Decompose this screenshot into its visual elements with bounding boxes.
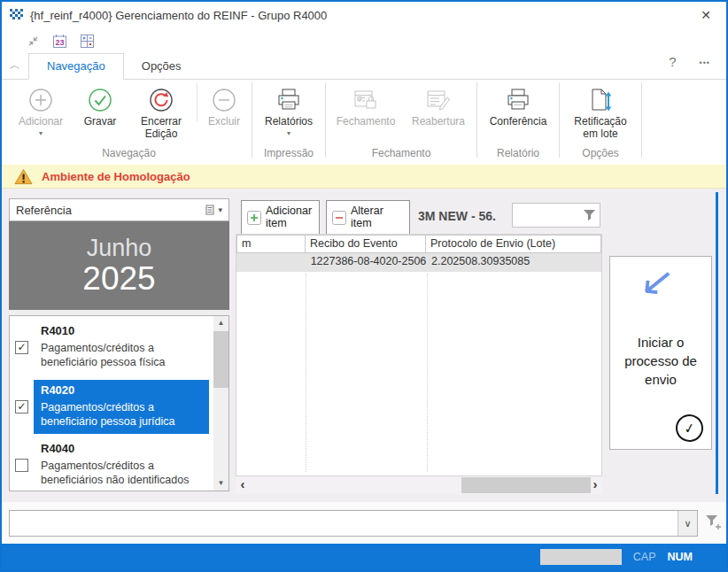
ribbon-group-label: Fechamento (329, 144, 474, 164)
footer-row: ∨ (2, 502, 726, 544)
ribbon-group-impressao: Relatórios ▾ Impressão (255, 80, 322, 164)
calendar-day-label: 23 (55, 38, 64, 47)
encerrar-edicao-button[interactable]: Encerrar Edição (128, 80, 195, 144)
alterar-item-button[interactable]: Alterar item (326, 200, 410, 235)
calendar-pencil-icon (424, 84, 453, 116)
reference-period-display: Junho 2025 (9, 221, 229, 310)
column-separator (306, 274, 306, 472)
adicionar-item-label: Adicionar item (266, 205, 314, 230)
grid-title: 3M NEW - 56. (418, 209, 496, 223)
doc-arrows-icon (586, 84, 615, 116)
r4010-checkbox[interactable]: ✓ (15, 341, 28, 354)
cell-item (236, 253, 306, 272)
printer-icon (504, 84, 532, 116)
warning-icon (14, 168, 33, 185)
alterar-item-label: Alterar item (351, 205, 404, 230)
environment-warning-bar: Ambiente de Homologação (2, 165, 726, 189)
scrollbar-thumb[interactable] (213, 331, 228, 388)
reabertura-button[interactable]: Reabertura (403, 80, 474, 144)
calculator-icon[interactable] (80, 34, 95, 49)
calendar-lock-icon (352, 84, 380, 116)
ribbon-group-label: Relatório (480, 144, 556, 164)
r4020-checkbox[interactable]: ✓ (15, 400, 28, 414)
scroll-right-icon[interactable]: › (588, 476, 602, 494)
adicionar-button[interactable]: Adicionar ▾ (9, 80, 73, 144)
reference-header[interactable]: Referência ▾ (9, 198, 229, 221)
scroll-up-icon[interactable]: ▲ (213, 316, 228, 330)
retificacao-em-lote-button[interactable]: Retificação em lote (562, 80, 639, 144)
reference-month: Junho (87, 235, 152, 262)
reference-dropdown-icon[interactable] (205, 205, 215, 215)
event-description: Pagamentos/créditos a beneficiários não … (41, 459, 204, 488)
events-grid: m Recibo do Evento Protocolo de Envio (L… (236, 234, 602, 476)
filter-funnel-icon[interactable] (583, 209, 596, 221)
ribbon-group-label: Navegação (9, 144, 249, 164)
ribbon: Adicionar ▾ Gravar (2, 80, 726, 164)
ribbon-group-divider (252, 82, 252, 158)
ribbon-separator (197, 83, 197, 121)
reference-label: Referência (16, 204, 72, 217)
circle-minus-icon (211, 84, 237, 116)
ribbon-group-relatorio: Conferência Relatório (480, 80, 556, 164)
column-separator (427, 274, 428, 472)
tab-opcoes[interactable]: Opções (124, 54, 199, 79)
scroll-left-icon[interactable]: ‹ (236, 476, 250, 494)
circle-undo-icon (148, 84, 174, 116)
event-code: R4040 (41, 442, 204, 455)
footer-combo-input[interactable] (10, 511, 678, 536)
scrollbar-thumb[interactable] (461, 477, 591, 493)
event-code: R4010 (41, 324, 204, 337)
panel-splitter[interactable] (716, 192, 718, 494)
ribbon-group-label: Impressão (255, 144, 322, 164)
status-progress-box (540, 549, 622, 565)
event-code: R4020 (41, 383, 204, 397)
column-header-protocolo[interactable]: Protocolo de Envio (Lote) (425, 235, 601, 253)
list-vertical-scrollbar[interactable]: ▲ ▼ (213, 316, 228, 491)
title-bar: {hf_reinf_r4000} Gerenciamento do REINF … (2, 2, 726, 28)
ribbon-group-navegacao: Adicionar ▾ Gravar (9, 80, 249, 164)
ribbon-collapse-icon[interactable]: ︿ (2, 58, 28, 79)
gravar-button[interactable]: Gravar (73, 80, 128, 144)
circled-check-icon: ✓ (674, 413, 706, 444)
blue-arrow-icon: ↙ (638, 255, 677, 306)
footer-combobox: ∨ (9, 510, 698, 537)
collapse-window-icon[interactable] (27, 35, 40, 48)
more-options-icon[interactable]: ••• (700, 54, 710, 72)
grid-row[interactable]: 1227386-08-4020-2506... 2.202508.3093508… (236, 253, 601, 272)
close-button[interactable]: ✕ (693, 8, 719, 22)
excluir-button[interactable]: Excluir (199, 80, 249, 144)
column-header-recibo[interactable]: Recibo do Evento (305, 235, 426, 253)
combo-dropdown-icon[interactable]: ∨ (678, 511, 697, 536)
reference-year: 2025 (82, 262, 155, 297)
event-type-list: ✓ R4010 Pagamentos/créditos a beneficiár… (9, 315, 229, 491)
help-icon[interactable]: ? (669, 54, 676, 72)
list-item-r4020[interactable]: ✓ R4020 Pagamentos/créditos a beneficiár… (10, 380, 228, 435)
list-item-r4010[interactable]: ✓ R4010 Pagamentos/créditos a beneficiár… (10, 321, 228, 375)
relatorios-button[interactable]: Relatórios ▾ (255, 80, 322, 144)
dropdown-arrow-icon: ▾ (287, 129, 290, 137)
minus-square-icon (332, 211, 346, 225)
fechamento-button[interactable]: Fechamento (329, 80, 403, 144)
event-description: Pagamentos/créditos a beneficiário pesso… (41, 400, 204, 429)
add-filter-icon[interactable] (705, 514, 722, 530)
ribbon-group-divider (641, 82, 642, 158)
start-send-process-button[interactable]: ↙ Iniciar o processo de envio ✓ (609, 256, 712, 450)
grid-filter-box (512, 203, 600, 228)
adicionar-item-button[interactable]: Adicionar item (241, 200, 320, 235)
ribbon-group-label: Opções (562, 144, 639, 164)
printer-icon (275, 84, 303, 116)
grid-horizontal-scrollbar[interactable]: ‹ › (236, 476, 602, 494)
quick-access-toolbar: 23 (27, 29, 95, 52)
scroll-down-icon[interactable]: ▼ (213, 476, 228, 491)
conferencia-button[interactable]: Conferência (480, 80, 556, 144)
list-item-r4040[interactable]: R4040 Pagamentos/créditos a beneficiário… (10, 438, 228, 491)
ribbon-group-fechamento: Fechamento Reabertura Fechamento (329, 80, 474, 164)
circle-check-icon (87, 84, 113, 116)
cell-protocolo: 2.202508.30935085 (426, 253, 601, 272)
tab-navegacao[interactable]: Navegação (28, 53, 124, 80)
grid-filter-input[interactable] (513, 209, 583, 221)
warning-text: Ambiente de Homologação (42, 170, 190, 183)
column-header-item[interactable]: m (236, 235, 306, 253)
r4040-checkbox[interactable] (15, 459, 28, 472)
calendar-icon[interactable]: 23 (52, 34, 67, 49)
